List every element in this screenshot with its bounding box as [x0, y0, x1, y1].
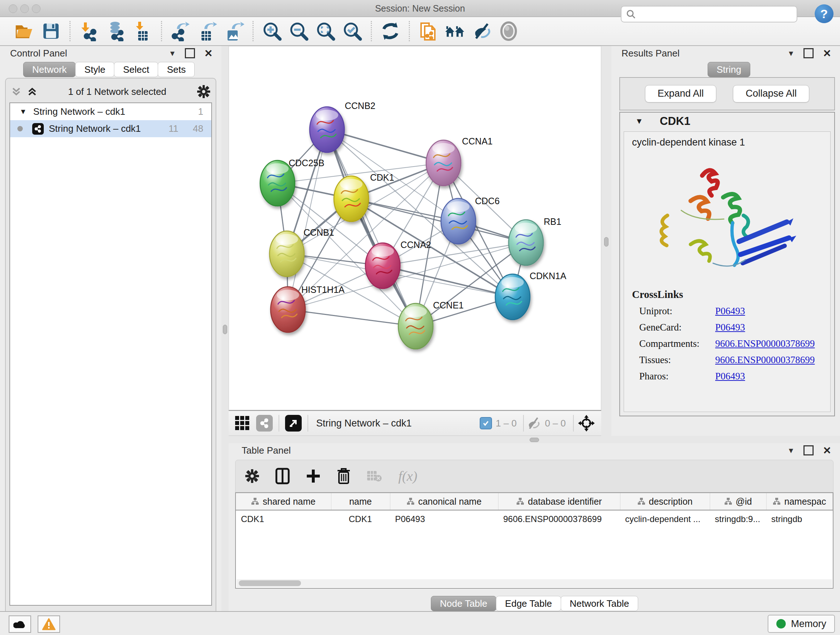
zoom-in-icon[interactable] — [262, 21, 283, 42]
save-session-icon[interactable] — [41, 21, 62, 42]
help-button[interactable]: ? — [815, 4, 834, 23]
network-collection-row[interactable]: ▼ String Network – cdk1 1 — [10, 103, 211, 120]
maximize-panel-icon[interactable] — [804, 48, 813, 58]
separator — [279, 415, 279, 432]
network-node-CCNB1[interactable]: CCNB1 — [270, 227, 334, 277]
import-network-database-icon[interactable] — [105, 21, 126, 42]
cell-id[interactable]: stringdb:9... — [710, 510, 766, 528]
tab-string[interactable]: String — [707, 62, 750, 77]
delete-column-icon[interactable] — [337, 468, 351, 485]
crosslink-link[interactable]: P06493 — [715, 306, 745, 317]
zoom-fit-icon[interactable] — [315, 21, 336, 42]
tab-edge-table[interactable]: Edge Table — [496, 596, 561, 611]
maximize-panel-icon[interactable] — [185, 48, 195, 58]
tab-sets[interactable]: Sets — [158, 62, 195, 77]
gear-icon[interactable] — [197, 85, 210, 98]
cell-shared-name[interactable]: CDK1 — [236, 510, 331, 528]
column-header[interactable]: description — [620, 493, 710, 510]
crosslink-link[interactable]: P06493 — [715, 371, 745, 382]
network-node-RB1[interactable]: RB1 — [508, 217, 561, 265]
tree-expand-icon[interactable]: ▼ — [19, 108, 27, 116]
sphere-icon[interactable] — [498, 21, 519, 42]
network-node-CCNE1[interactable]: CCNE1 — [398, 300, 464, 349]
cell-canonical-name[interactable]: P06493 — [390, 510, 498, 528]
horizontal-scrollbar[interactable] — [237, 579, 832, 587]
network-canvas[interactable]: CCNB2CCNA1CDC25BCDK1CDC6RB1CCNB1CCNA2CDK… — [229, 46, 601, 410]
network-edge[interactable] — [351, 199, 526, 242]
warnings-button[interactable] — [38, 616, 60, 633]
close-panel-icon[interactable]: ✕ — [204, 48, 213, 59]
network-node-CCNA2[interactable]: CCNA2 — [365, 240, 431, 288]
float-panel-icon[interactable]: ▾ — [789, 445, 793, 455]
left-splitter-handle[interactable] — [223, 325, 227, 334]
crosslink-link[interactable]: 9606.ENSP00000378699 — [715, 338, 815, 349]
export-table-icon[interactable] — [197, 21, 218, 42]
maximize-panel-icon[interactable] — [804, 445, 813, 455]
network-edge[interactable] — [327, 130, 444, 163]
network-node-CDKN1A[interactable]: CDKN1A — [495, 271, 567, 320]
close-panel-icon[interactable]: ✕ — [823, 48, 831, 59]
eye-slash-icon[interactable] — [471, 21, 493, 42]
search-input[interactable] — [621, 6, 797, 22]
network-node-CCNB2[interactable]: CCNB2 — [309, 101, 376, 152]
tab-node-table[interactable]: Node Table — [431, 596, 496, 611]
column-header[interactable]: canonical name — [390, 493, 498, 510]
import-network-file-icon[interactable] — [79, 21, 99, 42]
right-splitter[interactable] — [601, 46, 611, 436]
houses-icon[interactable] — [445, 21, 466, 42]
import-table-icon[interactable] — [132, 21, 153, 42]
cell-description[interactable]: cyclin-dependent ... — [620, 510, 710, 528]
tab-select[interactable]: Select — [114, 62, 158, 77]
add-column-icon[interactable] — [306, 469, 321, 484]
columns-icon[interactable] — [275, 468, 290, 485]
horizontal-splitter[interactable] — [229, 436, 840, 443]
table-row[interactable]: CDK1 CDK1 P06493 9606.ENSP00000378699 cy… — [236, 510, 833, 528]
column-header[interactable]: shared name — [236, 493, 331, 510]
detach-view-icon[interactable] — [285, 415, 302, 432]
expand-all-button[interactable]: Expand All — [645, 85, 717, 103]
view-share-icon[interactable] — [256, 415, 273, 432]
tab-network-table[interactable]: Network Table — [561, 596, 638, 611]
expand-all-icon[interactable] — [27, 86, 38, 97]
column-header[interactable]: namespac — [766, 493, 833, 510]
network-node-CDC6[interactable]: CDC6 — [441, 196, 500, 244]
view-grid-icon[interactable] — [234, 415, 250, 431]
gene-collapse-icon[interactable]: ▼ — [635, 117, 643, 126]
scrollbar-thumb[interactable] — [239, 580, 301, 586]
documents-share-icon[interactable] — [418, 21, 439, 42]
refresh-icon[interactable] — [380, 21, 401, 42]
right-splitter-handle[interactable] — [604, 237, 608, 247]
close-panel-icon[interactable]: ✕ — [823, 445, 831, 456]
zoom-out-icon[interactable] — [288, 21, 309, 42]
tab-network[interactable]: Network — [23, 62, 76, 77]
open-session-icon[interactable] — [14, 21, 35, 42]
cell-namespace[interactable]: stringdb — [766, 510, 833, 528]
navigator-crosshair-icon[interactable] — [577, 414, 595, 432]
network-edge[interactable] — [288, 310, 416, 326]
export-image-icon[interactable] — [224, 21, 245, 42]
network-edge[interactable] — [327, 130, 416, 326]
export-network-icon[interactable] — [170, 21, 191, 42]
cell-database-identifier[interactable]: 9606.ENSP00000378699 — [498, 510, 620, 528]
tab-style[interactable]: Style — [75, 62, 114, 77]
left-splitter[interactable] — [221, 46, 229, 611]
crosslink-link[interactable]: 9606.ENSP00000378699 — [715, 355, 815, 366]
network-row[interactable]: String Network – cdk1 11 48 — [10, 120, 211, 137]
network-node-HIST1H1A[interactable]: HIST1H1A — [271, 285, 345, 333]
float-panel-icon[interactable]: ▾ — [170, 48, 174, 58]
crosslink-link[interactable]: P06493 — [715, 322, 745, 333]
column-header[interactable]: name — [331, 493, 390, 510]
column-header[interactable]: @id — [710, 493, 766, 510]
collapse-all-icon[interactable] — [11, 86, 22, 97]
column-header[interactable]: database identifier — [498, 493, 620, 510]
app-store-button[interactable] — [9, 616, 31, 633]
collapse-all-button[interactable]: Collapse All — [733, 85, 809, 103]
memory-button[interactable]: Memory — [767, 615, 835, 633]
network-edge[interactable] — [288, 130, 327, 310]
float-panel-icon[interactable]: ▾ — [789, 48, 793, 58]
cell-name[interactable]: CDK1 — [331, 510, 390, 528]
zoom-selected-icon[interactable] — [342, 21, 363, 42]
gear-icon[interactable] — [245, 469, 259, 483]
selected-checkbox-icon[interactable] — [480, 417, 492, 429]
horizontal-splitter-handle[interactable] — [530, 438, 539, 442]
